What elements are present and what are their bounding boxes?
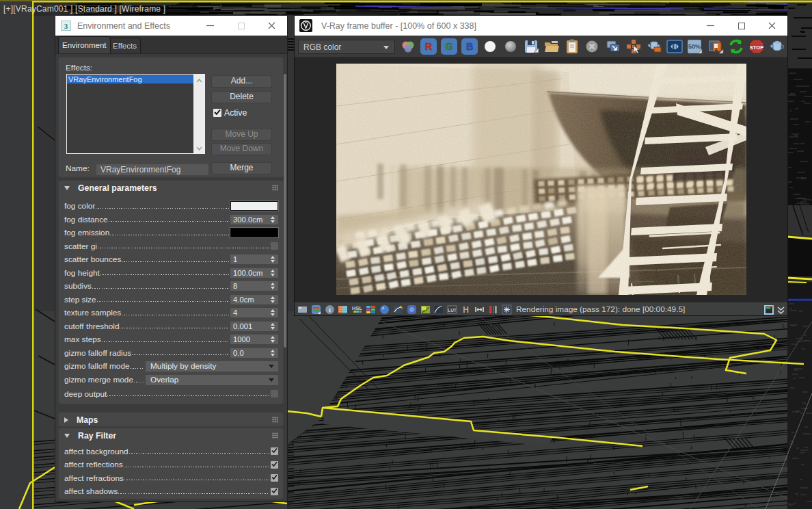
svg-text:R: R bbox=[425, 41, 432, 52]
svg-text:3: 3 bbox=[64, 22, 68, 30]
svg-text:HSL: HSL bbox=[352, 305, 362, 311]
svg-text:B: B bbox=[466, 41, 473, 52]
svg-text:LUT: LUT bbox=[448, 307, 457, 312]
svg-text:H: H bbox=[463, 305, 469, 315]
svg-text:STOP: STOP bbox=[750, 44, 763, 51]
svg-text:50%: 50% bbox=[688, 43, 701, 50]
svg-text:G: G bbox=[446, 41, 453, 52]
